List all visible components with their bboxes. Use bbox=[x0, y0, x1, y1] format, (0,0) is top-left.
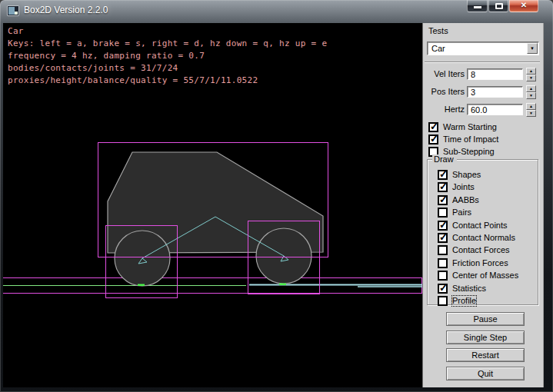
checkbox-box[interactable]: ✓ bbox=[438, 233, 448, 243]
check-icon: ✓ bbox=[439, 168, 448, 180]
checkbox-label: Contact Points bbox=[452, 221, 508, 231]
checkbox-box[interactable]: ✓ bbox=[438, 195, 448, 205]
check-icon: ✓ bbox=[430, 121, 438, 132]
checkbox-label: Contact Normals bbox=[452, 233, 515, 243]
checkbox-box[interactable]: ✓ bbox=[438, 221, 448, 231]
separator bbox=[425, 61, 540, 63]
spinner-down-icon[interactable]: ▼ bbox=[526, 75, 536, 81]
checkbox-time-of-impact[interactable]: ✓ Time of Impact bbox=[428, 134, 498, 145]
spinner-up-icon[interactable]: ▲ bbox=[526, 85, 536, 92]
spinner-up-icon[interactable]: ▲ bbox=[526, 103, 536, 110]
restart-button[interactable]: Restart bbox=[446, 348, 525, 362]
simulation-canvas[interactable]: Car Keys: left = a, brake = s, right = d… bbox=[3, 23, 422, 387]
checkbox-label: Warm Starting bbox=[443, 122, 497, 132]
quit-button[interactable]: Quit bbox=[446, 367, 525, 380]
checkbox-box[interactable]: ✓ bbox=[438, 271, 448, 281]
pause-button[interactable]: Pause bbox=[446, 312, 525, 326]
pos-iters-input[interactable]: 3 bbox=[467, 86, 523, 98]
draw-group: Draw ✓ Shapes ✓ Joints ✓ AABBs ✓ Pairs ✓… bbox=[427, 159, 538, 305]
spinner-up-icon[interactable]: ▲ bbox=[526, 68, 536, 75]
tests-dropdown[interactable]: Car ▼ bbox=[427, 42, 539, 55]
frequency-line: frequency = 4 hz, damping ratio = 0.7 bbox=[8, 51, 327, 63]
maximize-button[interactable] bbox=[488, 0, 508, 12]
spinner-down-icon[interactable]: ▼ bbox=[526, 92, 536, 99]
close-button[interactable]: ✕ bbox=[509, 0, 538, 12]
pos-iters-row: Pos Iters 3 ▲ ▼ bbox=[423, 85, 545, 99]
dropdown-arrow-button[interactable]: ▼ bbox=[527, 43, 538, 54]
check-icon: ✓ bbox=[439, 219, 448, 231]
vel-iters-row: Vel Iters 8 ▲ ▼ bbox=[423, 68, 545, 81]
checkbox-label: Shapes bbox=[452, 170, 481, 180]
checkbox-friction-forces[interactable]: ✓ Friction Forces bbox=[438, 257, 508, 268]
checkbox-label: Time of Impact bbox=[443, 135, 498, 145]
pos-iters-label: Pos Iters bbox=[423, 85, 465, 98]
checkbox-label: Center of Masses bbox=[452, 271, 518, 281]
checkbox-box[interactable]: ✓ bbox=[438, 284, 448, 294]
bodies-stats-line: bodies/contacts/joints = 31/7/24 bbox=[8, 63, 327, 75]
check-icon: ✓ bbox=[439, 181, 448, 192]
hertz-label: Hertz bbox=[423, 103, 465, 116]
app-icon bbox=[7, 5, 19, 16]
checkbox-box[interactable]: ✓ bbox=[438, 170, 448, 180]
minimize-button[interactable] bbox=[467, 0, 488, 12]
spinner-down-icon[interactable]: ▼ bbox=[526, 110, 536, 117]
checkbox-contact-forces[interactable]: ✓ Contact Forces bbox=[438, 244, 510, 255]
checkbox-box[interactable]: ✓ bbox=[428, 135, 438, 145]
checkbox-profile[interactable]: ✓ Profile bbox=[438, 295, 476, 306]
proxies-stats-line: proxies/height/balance/quality = 55/7/1/… bbox=[8, 75, 327, 88]
checkbox-center-of-masses[interactable]: ✓ Center of Masses bbox=[438, 270, 518, 281]
checkbox-box[interactable]: ✓ bbox=[428, 122, 438, 132]
checkbox-label: Contact Forces bbox=[452, 245, 510, 255]
test-title: Car bbox=[8, 26, 327, 38]
minimize-icon bbox=[474, 6, 481, 8]
contact-point-right bbox=[279, 284, 286, 286]
window-controls: ✕ bbox=[467, 0, 538, 12]
checkbox-label: Pairs bbox=[452, 208, 471, 218]
draw-group-label: Draw bbox=[432, 154, 457, 164]
window-title: Box2D Version 2.2.0 bbox=[24, 0, 108, 22]
hertz-input[interactable]: 60.0 bbox=[467, 104, 523, 115]
checkbox-box[interactable]: ✓ bbox=[438, 296, 448, 306]
tests-label: Tests bbox=[428, 26, 448, 35]
check-icon: ✓ bbox=[430, 133, 438, 145]
checkbox-aabbs[interactable]: ✓ AABBs bbox=[438, 194, 479, 205]
maximize-icon bbox=[495, 3, 503, 9]
checkbox-box[interactable]: ✓ bbox=[438, 208, 448, 218]
checkbox-box[interactable]: ✓ bbox=[438, 245, 448, 255]
tests-dropdown-value: Car bbox=[431, 43, 445, 55]
checkbox-pairs[interactable]: ✓ Pairs bbox=[438, 207, 471, 218]
checkbox-label: Statistics bbox=[452, 284, 486, 294]
close-icon: ✕ bbox=[510, 1, 538, 9]
checkbox-shapes[interactable]: ✓ Shapes bbox=[438, 169, 481, 180]
check-icon: ✓ bbox=[439, 231, 448, 243]
checkbox-box[interactable]: ✓ bbox=[438, 258, 448, 268]
checkbox-statistics[interactable]: ✓ Statistics bbox=[438, 283, 486, 294]
checkbox-warm-starting[interactable]: ✓ Warm Starting bbox=[428, 121, 497, 132]
checkbox-label: AABBs bbox=[452, 195, 479, 205]
check-icon: ✓ bbox=[439, 282, 448, 294]
checkbox-box[interactable]: ✓ bbox=[438, 182, 448, 192]
control-panel: Tests Car ▼ Vel Iters 8 ▲ ▼ Pos Iters 3 … bbox=[422, 23, 544, 387]
checkbox-label: Profile bbox=[452, 296, 476, 306]
checkbox-contact-points[interactable]: ✓ Contact Points bbox=[438, 220, 508, 231]
hertz-row: Hertz 60.0 ▲ ▼ bbox=[423, 103, 545, 117]
app-window: Box2D Version 2.2.0 ✕ bbox=[0, 0, 553, 392]
debug-info-text: Car Keys: left = a, brake = s, right = d… bbox=[8, 26, 327, 88]
checkbox-label: Friction Forces bbox=[452, 258, 508, 268]
pos-iters-spinner: ▲ ▼ bbox=[526, 85, 536, 99]
hertz-spinner: ▲ ▼ bbox=[526, 103, 536, 117]
vel-iters-input[interactable]: 8 bbox=[467, 68, 523, 80]
contact-point-left bbox=[138, 284, 145, 287]
checkbox-label: Joints bbox=[452, 182, 475, 192]
checkbox-joints[interactable]: ✓ Joints bbox=[438, 181, 475, 192]
checkbox-contact-normals[interactable]: ✓ Contact Normals bbox=[438, 232, 515, 243]
vel-iters-label: Vel Iters bbox=[423, 68, 465, 81]
keys-help-line: Keys: left = a, brake = s, right = d, hz… bbox=[8, 38, 327, 51]
single-step-button[interactable]: Single Step bbox=[446, 331, 525, 344]
vel-iters-spinner: ▲ ▼ bbox=[526, 68, 536, 81]
chevron-down-icon: ▼ bbox=[530, 46, 535, 51]
check-icon: ✓ bbox=[439, 194, 448, 205]
title-bar[interactable]: Box2D Version 2.2.0 ✕ bbox=[0, 0, 553, 22]
